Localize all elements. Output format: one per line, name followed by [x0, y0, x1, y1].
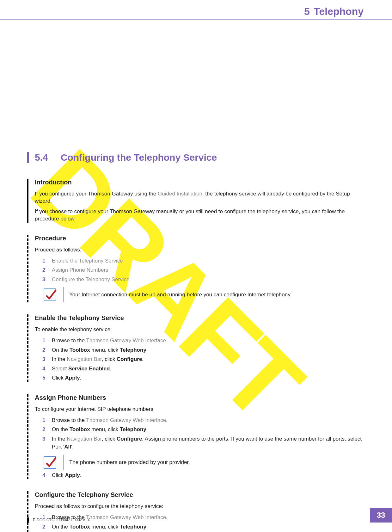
intro-heading: Introduction: [35, 179, 364, 186]
text: Click: [52, 472, 65, 478]
note-checkmark-icon: [42, 287, 58, 302]
text-bold: All: [64, 444, 71, 450]
text-bold: Toolbox: [70, 524, 90, 530]
configure-intro: Proceed as follows to configure the tele…: [35, 503, 364, 510]
text-bold: Apply: [65, 375, 80, 381]
configure-step-1: Browse to the Thomson Gateway Web Interf…: [42, 513, 364, 522]
assign-steps-cont: Click Apply.: [42, 471, 364, 479]
procedure-step-1: Enable the Telephony Service: [42, 257, 364, 265]
navigation-bar-link[interactable]: Navigation Bar: [67, 436, 102, 442]
enable-intro: To enable the telephony service:: [35, 326, 364, 333]
configure-steps: Browse to the Thomson Gateway Web Interf…: [42, 513, 364, 532]
assign-heading: Assign Phone Numbers: [35, 394, 364, 401]
text: menu, click: [90, 524, 120, 530]
intro-paragraph-1: If you configured your Thomson Gateway u…: [35, 190, 364, 205]
text-bold: Telephony: [120, 426, 146, 432]
text: On the: [52, 347, 70, 353]
note-checkmark-icon: [42, 455, 58, 470]
step-link[interactable]: Enable the Telephony Service: [52, 258, 123, 264]
text: .: [166, 337, 168, 343]
step-link[interactable]: Assign Phone Numbers: [52, 267, 108, 273]
section-heading: 5.4 Configuring the Telephony Service: [27, 152, 364, 163]
enable-step-4: Select Service Enabled.: [42, 365, 364, 373]
section-title: Configuring the Telephony Service: [61, 152, 217, 163]
assign-intro: To configure your Internet SIP telephone…: [35, 406, 364, 413]
subsection-enable: Enable the Telephony Service To enable t…: [27, 314, 364, 382]
intro-paragraph-2: If you choose to configure your Thomson …: [35, 208, 364, 223]
procedure-step-2: Assign Phone Numbers: [42, 266, 364, 274]
text: In the: [52, 436, 67, 442]
procedure-step-3: Configure the Telephony Service: [42, 275, 364, 284]
text-bold: Service Enabled: [68, 366, 110, 372]
assign-step-4: Click Apply.: [42, 471, 364, 479]
page-content: DRAFT 5.4 Configuring the Telephony Serv…: [0, 20, 392, 532]
text: On the: [52, 426, 70, 432]
procedure-heading: Procedure: [35, 235, 364, 242]
text: , click: [102, 356, 117, 362]
text: menu, click: [90, 347, 120, 353]
subsection-procedure: Procedure Proceed as follows: Enable the…: [27, 235, 364, 302]
text: .: [80, 375, 82, 381]
enable-step-5: Click Apply.: [42, 374, 364, 382]
text: .: [110, 366, 111, 372]
assign-steps: Browse to the Thomson Gateway Web Interf…: [42, 416, 364, 451]
enable-steps: Browse to the Thomson Gateway Web Interf…: [42, 337, 364, 382]
text-bold: Configure: [117, 356, 142, 362]
text: .: [166, 514, 168, 520]
text: .: [146, 524, 148, 530]
text: Click: [52, 375, 65, 381]
procedure-intro: Proceed as follows:: [35, 246, 364, 254]
assign-step-1: Browse to the Thomson Gateway Web Interf…: [42, 416, 364, 424]
note-separator: [63, 287, 64, 302]
note-row: The phone numbers are provided by your p…: [42, 455, 364, 470]
subsection-introduction: Introduction If you configured your Thom…: [27, 179, 364, 223]
configure-heading: Configure the Telephony Service: [35, 491, 364, 498]
gateway-web-interface-link[interactable]: Thomson Gateway Web Interface: [86, 417, 166, 423]
page-header: 5 Telephony: [0, 0, 392, 19]
text: If you configured your Thomson Gateway u…: [35, 191, 158, 197]
subsection-configure: Configure the Telephony Service Proceed …: [27, 491, 364, 532]
step-link[interactable]: Configure the Telephony Service: [52, 276, 129, 282]
text: Browse to the: [52, 337, 86, 343]
text: Browse to the: [52, 417, 86, 423]
gateway-web-interface-link[interactable]: Thomson Gateway Web Interface: [86, 337, 166, 343]
text-bold: Toolbox: [70, 426, 90, 432]
chapter-title: Telephony: [314, 6, 364, 17]
text: .: [80, 472, 82, 478]
text-bold: Telephony: [120, 347, 146, 353]
text-bold: Telephony: [120, 524, 146, 530]
text: In the: [52, 356, 67, 362]
gateway-web-interface-link[interactable]: Thomson Gateway Web Interface: [86, 514, 166, 520]
text-bold: Apply: [65, 472, 80, 478]
configure-step-2: On the Toolbox menu, click Telephony.: [42, 523, 364, 531]
subsection-assign: Assign Phone Numbers To configure your I…: [27, 394, 364, 479]
text: menu, click: [90, 426, 120, 432]
enable-step-1: Browse to the Thomson Gateway Web Interf…: [42, 337, 364, 345]
chapter-number: 5: [304, 6, 310, 17]
text-bold: Configure: [117, 436, 142, 442]
procedure-steps: Enable the Telephony Service Assign Phon…: [42, 257, 364, 284]
enable-heading: Enable the Telephony Service: [35, 314, 364, 322]
note-separator: [63, 455, 64, 470]
note-row: Your Internet connection must be up and …: [42, 287, 364, 302]
procedure-note: Your Internet connection must be up and …: [69, 288, 364, 302]
text: Select: [52, 366, 68, 372]
assign-note: The phone numbers are provided by your p…: [69, 455, 364, 469]
guided-installation-link[interactable]: Guided Installation: [158, 191, 202, 197]
text: '.: [71, 444, 74, 450]
assign-step-2: On the Toolbox menu, click Telephony.: [42, 425, 364, 434]
navigation-bar-link[interactable]: Navigation Bar: [67, 356, 102, 362]
text: .: [166, 417, 168, 423]
text: , click: [102, 436, 117, 442]
enable-step-3: In the Navigation Bar, click Configure.: [42, 355, 364, 363]
text: .: [146, 426, 148, 432]
assign-step-3: In the Navigation Bar, click Configure. …: [42, 435, 364, 451]
text: .: [146, 347, 148, 353]
text: On the: [52, 524, 70, 530]
page-number: 33: [370, 508, 392, 523]
text: .: [142, 356, 144, 362]
section-number: 5.4: [35, 152, 48, 163]
text-bold: Toolbox: [70, 347, 90, 353]
text: Browse to the: [52, 514, 86, 520]
enable-step-2: On the Toolbox menu, click Telephony.: [42, 346, 364, 354]
